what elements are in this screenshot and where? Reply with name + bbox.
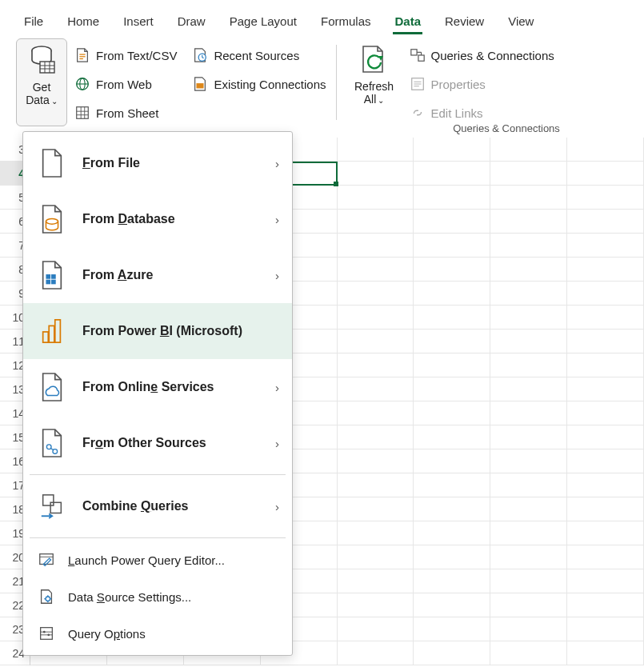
grid-cell[interactable] — [414, 473, 490, 497]
grid-cell[interactable] — [338, 545, 414, 569]
grid-cell[interactable] — [414, 593, 490, 617]
tab-file[interactable]: File — [22, 6, 45, 34]
grid-cell[interactable] — [490, 162, 567, 185]
grid-cell[interactable] — [414, 449, 490, 473]
grid-cell[interactable] — [490, 138, 567, 161]
grid-cell[interactable] — [567, 593, 644, 617]
refresh-all-button[interactable]: Refresh All⌄ — [346, 38, 402, 126]
menu-launch-pqe[interactable]: Launch Power Query Editor... — [23, 541, 292, 578]
grid-cell[interactable] — [338, 521, 414, 545]
grid-cell[interactable] — [490, 306, 567, 329]
grid-cell[interactable] — [338, 306, 414, 329]
grid-cell[interactable] — [490, 497, 567, 521]
grid-cell[interactable] — [490, 641, 567, 665]
menu-combine-queries[interactable]: Combine Queries › — [23, 478, 292, 534]
grid-cell[interactable] — [414, 425, 490, 449]
grid-cell[interactable] — [490, 425, 567, 449]
grid-cell[interactable] — [567, 258, 644, 281]
grid-cell[interactable] — [490, 186, 567, 209]
grid-cell[interactable] — [567, 569, 644, 593]
grid-cell[interactable] — [490, 282, 567, 305]
grid-cell[interactable] — [338, 258, 414, 281]
grid-cell[interactable] — [414, 162, 490, 185]
grid-cell[interactable] — [414, 186, 490, 209]
grid-cell[interactable] — [490, 258, 567, 281]
menu-from-power-bi[interactable]: From Power BI (Microsoft) — [23, 303, 292, 359]
grid-cell[interactable] — [567, 282, 644, 305]
grid-cell[interactable] — [338, 330, 414, 353]
grid-cell[interactable] — [490, 353, 567, 377]
grid-cell[interactable] — [338, 497, 414, 521]
grid-cell[interactable] — [414, 377, 490, 401]
grid-cell[interactable] — [567, 425, 644, 449]
grid-cell[interactable] — [338, 353, 414, 377]
tab-review[interactable]: Review — [443, 6, 486, 34]
grid-cell[interactable] — [567, 641, 644, 665]
menu-from-azure[interactable]: From Azure › — [23, 247, 292, 303]
grid-cell[interactable] — [338, 162, 414, 185]
grid-cell[interactable] — [567, 545, 644, 569]
grid-cell[interactable] — [338, 593, 414, 617]
grid-cell[interactable] — [414, 234, 490, 257]
grid-cell[interactable] — [338, 210, 414, 233]
grid-cell[interactable] — [414, 282, 490, 305]
grid-cell[interactable] — [567, 449, 644, 473]
grid-cell[interactable] — [338, 377, 414, 401]
grid-cell[interactable] — [338, 569, 414, 593]
tab-insert[interactable]: Insert — [122, 6, 155, 34]
grid-cell[interactable] — [567, 401, 644, 425]
grid-cell[interactable] — [338, 641, 414, 665]
grid-cell[interactable] — [490, 569, 567, 593]
grid-cell[interactable] — [490, 521, 567, 545]
grid-cell[interactable] — [338, 425, 414, 449]
grid-cell[interactable] — [414, 353, 490, 377]
grid-cell[interactable] — [490, 617, 567, 641]
grid-cell[interactable] — [338, 234, 414, 257]
grid-cell[interactable] — [338, 282, 414, 305]
tab-draw[interactable]: Draw — [176, 6, 207, 34]
grid-cell[interactable] — [414, 521, 490, 545]
grid-cell[interactable] — [490, 330, 567, 353]
grid-cell[interactable] — [490, 545, 567, 569]
grid-cell[interactable] — [338, 449, 414, 473]
grid-cell[interactable] — [567, 617, 644, 641]
grid-cell[interactable] — [414, 258, 490, 281]
grid-cell[interactable] — [567, 473, 644, 497]
tab-home[interactable]: Home — [66, 6, 101, 34]
grid-cell[interactable] — [567, 138, 644, 161]
grid-cell[interactable] — [414, 210, 490, 233]
menu-from-database[interactable]: From Database › — [23, 191, 292, 247]
grid-cell[interactable] — [567, 330, 644, 353]
grid-cell[interactable] — [414, 617, 490, 641]
grid-cell[interactable] — [567, 377, 644, 401]
grid-cell[interactable] — [414, 138, 490, 161]
grid-cell[interactable] — [338, 473, 414, 497]
menu-from-other-sources[interactable]: From Other Sources › — [23, 415, 292, 471]
grid-cell[interactable] — [567, 353, 644, 377]
grid-cell[interactable] — [414, 545, 490, 569]
grid-cell[interactable] — [414, 401, 490, 425]
grid-cell[interactable] — [567, 497, 644, 521]
menu-data-source-settings[interactable]: Data Source Settings... — [23, 578, 292, 615]
tab-view[interactable]: View — [506, 6, 535, 34]
grid-cell[interactable] — [414, 569, 490, 593]
grid-cell[interactable] — [490, 449, 567, 473]
get-data-button[interactable]: Get Data⌄ — [16, 38, 67, 126]
grid-cell[interactable] — [414, 641, 490, 665]
grid-cell[interactable] — [567, 210, 644, 233]
grid-cell[interactable] — [490, 377, 567, 401]
grid-cell[interactable] — [338, 401, 414, 425]
tab-page-layout[interactable]: Page Layout — [228, 6, 298, 34]
grid-cell[interactable] — [567, 234, 644, 257]
from-web-button[interactable]: From Web — [74, 72, 177, 96]
tab-formulas[interactable]: Formulas — [319, 6, 373, 34]
grid-cell[interactable] — [490, 234, 567, 257]
grid-cell[interactable] — [338, 186, 414, 209]
grid-cell[interactable] — [490, 401, 567, 425]
tab-data[interactable]: Data — [393, 6, 422, 34]
grid-cell[interactable] — [490, 473, 567, 497]
menu-query-options[interactable]: Query Options — [23, 615, 292, 652]
queries-connections-button[interactable]: Queries & Connections — [409, 43, 554, 67]
menu-from-file[interactable]: From File › — [23, 135, 292, 191]
grid-cell[interactable] — [490, 593, 567, 617]
